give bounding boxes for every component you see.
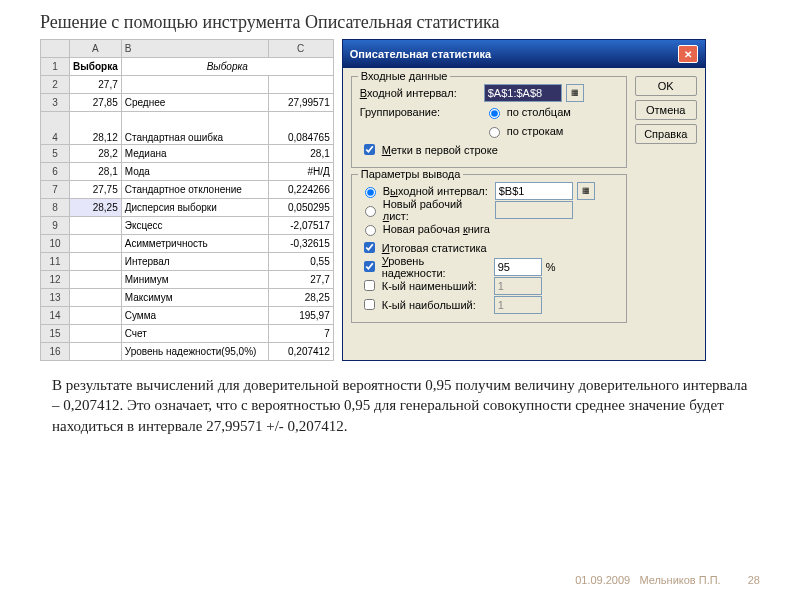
radio-output-range[interactable] bbox=[365, 187, 376, 198]
cell[interactable]: 0,224266 bbox=[268, 181, 333, 199]
col-header-b[interactable]: B bbox=[121, 40, 268, 58]
output-range-field[interactable] bbox=[495, 182, 573, 200]
footer-date: 01.09.2009 bbox=[575, 574, 630, 586]
group-input: Входные данные Входной интервал: ▦ Групп… bbox=[351, 76, 627, 168]
label-kth-smallest: К-ый наименьший: bbox=[382, 280, 490, 292]
row-header[interactable]: 7 bbox=[41, 181, 70, 199]
cell[interactable]: 195,97 bbox=[268, 307, 333, 325]
label-input-range: Входной интервал: bbox=[360, 87, 480, 99]
row-header[interactable]: 15 bbox=[41, 325, 70, 343]
cell[interactable]: -2,07517 bbox=[268, 217, 333, 235]
cell[interactable]: 28,2 bbox=[70, 145, 122, 163]
row-header[interactable]: 4 bbox=[41, 112, 70, 145]
cell[interactable]: 0,084765 bbox=[268, 112, 333, 145]
cell[interactable]: 0,207412 bbox=[268, 343, 333, 361]
label-output-range: Выходной интервал: bbox=[383, 185, 491, 197]
row-header[interactable]: 12 bbox=[41, 271, 70, 289]
cell[interactable]: 28,1 bbox=[70, 163, 122, 181]
row-header[interactable]: 2 bbox=[41, 76, 70, 94]
cell[interactable]: Асимметричность bbox=[121, 235, 268, 253]
kth-smallest-field bbox=[494, 277, 542, 295]
row-header[interactable]: 11 bbox=[41, 253, 70, 271]
cell[interactable]: 0,050295 bbox=[268, 199, 333, 217]
cell[interactable]: Интервал bbox=[121, 253, 268, 271]
check-confidence[interactable] bbox=[364, 261, 375, 272]
row-header[interactable]: 6 bbox=[41, 163, 70, 181]
cell[interactable]: Сумма bbox=[121, 307, 268, 325]
cancel-button[interactable]: Отмена bbox=[635, 100, 697, 120]
row-header[interactable]: 13 bbox=[41, 289, 70, 307]
row-header[interactable]: 9 bbox=[41, 217, 70, 235]
cell[interactable]: 27,85 bbox=[70, 94, 122, 112]
cell[interactable]: 28,12 bbox=[70, 112, 122, 145]
cell[interactable]: Среднее bbox=[121, 94, 268, 112]
new-sheet-field bbox=[495, 201, 573, 219]
legend-input: Входные данные bbox=[358, 70, 451, 82]
check-labels-first-row[interactable] bbox=[364, 144, 375, 155]
confidence-field[interactable] bbox=[494, 258, 542, 276]
check-kth-smallest[interactable] bbox=[364, 280, 375, 291]
cell[interactable]: Эксцесс bbox=[121, 217, 268, 235]
cell[interactable] bbox=[70, 271, 122, 289]
check-kth-largest[interactable] bbox=[364, 299, 375, 310]
cell[interactable] bbox=[70, 325, 122, 343]
cell[interactable] bbox=[268, 76, 333, 94]
cell[interactable]: 27,7 bbox=[70, 76, 122, 94]
cell[interactable]: Счет bbox=[121, 325, 268, 343]
cell[interactable]: Медиана bbox=[121, 145, 268, 163]
cell[interactable]: 7 bbox=[268, 325, 333, 343]
row-header[interactable]: 10 bbox=[41, 235, 70, 253]
radio-new-book[interactable] bbox=[365, 225, 376, 236]
cell[interactable] bbox=[70, 343, 122, 361]
page-footer: 01.09.2009 Мельников П.П. 28 bbox=[575, 574, 760, 586]
help-button[interactable]: Справка bbox=[635, 124, 697, 144]
cell[interactable]: Максимум bbox=[121, 289, 268, 307]
cell[interactable] bbox=[70, 217, 122, 235]
cell-selected[interactable]: 28,25 bbox=[70, 199, 122, 217]
corner[interactable] bbox=[41, 40, 70, 58]
cell[interactable]: Стандартное отклонение bbox=[121, 181, 268, 199]
radio-by-columns[interactable] bbox=[489, 108, 500, 119]
radio-by-rows[interactable] bbox=[489, 127, 500, 138]
check-summary[interactable] bbox=[364, 242, 375, 253]
label-confidence: Уровень надежности: bbox=[382, 255, 490, 279]
range-picker-icon[interactable]: ▦ bbox=[577, 182, 595, 200]
cell[interactable] bbox=[70, 307, 122, 325]
cell[interactable] bbox=[70, 253, 122, 271]
dialog-titlebar[interactable]: Описательная статистика ✕ bbox=[343, 40, 705, 68]
cell[interactable] bbox=[121, 76, 268, 94]
ok-button[interactable]: OK bbox=[635, 76, 697, 96]
cell[interactable]: Минимум bbox=[121, 271, 268, 289]
cell[interactable]: -0,32615 bbox=[268, 235, 333, 253]
col-header-c[interactable]: C bbox=[268, 40, 333, 58]
cell[interactable]: 28,25 bbox=[268, 289, 333, 307]
cell[interactable] bbox=[70, 289, 122, 307]
cell[interactable]: Мода bbox=[121, 163, 268, 181]
cell[interactable]: Стандартная ошибка bbox=[121, 112, 268, 145]
cell[interactable]: Выборка bbox=[121, 58, 333, 76]
legend-output: Параметры вывода bbox=[358, 168, 464, 180]
footer-author: Мельников П.П. bbox=[639, 574, 720, 586]
page-title: Решение с помощью инструмента Описательн… bbox=[0, 0, 800, 39]
row-header[interactable]: 16 bbox=[41, 343, 70, 361]
cell[interactable]: Дисперсия выборки bbox=[121, 199, 268, 217]
cell[interactable]: 28,1 bbox=[268, 145, 333, 163]
row-header[interactable]: 8 bbox=[41, 199, 70, 217]
cell[interactable]: 27,99571 bbox=[268, 94, 333, 112]
range-picker-icon[interactable]: ▦ bbox=[566, 84, 584, 102]
cell[interactable]: 0,55 bbox=[268, 253, 333, 271]
cell[interactable]: Выборка bbox=[70, 58, 122, 76]
close-icon[interactable]: ✕ bbox=[678, 45, 698, 63]
cell[interactable]: 27,7 bbox=[268, 271, 333, 289]
cell[interactable]: #Н/Д bbox=[268, 163, 333, 181]
cell[interactable] bbox=[70, 235, 122, 253]
col-header-a[interactable]: A bbox=[70, 40, 122, 58]
row-header[interactable]: 14 bbox=[41, 307, 70, 325]
radio-new-sheet[interactable] bbox=[365, 206, 376, 217]
input-range-field[interactable] bbox=[484, 84, 562, 102]
cell[interactable]: 27,75 bbox=[70, 181, 122, 199]
row-header[interactable]: 3 bbox=[41, 94, 70, 112]
row-header[interactable]: 5 bbox=[41, 145, 70, 163]
cell[interactable]: Уровень надежности(95,0%) bbox=[121, 343, 268, 361]
row-header[interactable]: 1 bbox=[41, 58, 70, 76]
